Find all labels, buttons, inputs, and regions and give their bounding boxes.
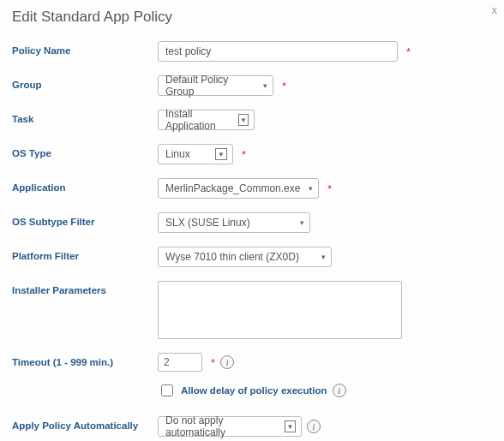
allow-delay-checkbox[interactable] [161, 384, 173, 396]
label-group: Group [12, 75, 158, 90]
apply-policy-select-value: Do not apply automatically [165, 414, 278, 438]
label-timeout: Timeout (1 - 999 min.) [12, 353, 158, 367]
row-group: Group Default Policy Group ▾ * [12, 75, 492, 96]
info-icon[interactable]: i [333, 384, 346, 397]
task-select[interactable]: Install Application ▼ [158, 110, 255, 130]
apply-policy-select[interactable]: Do not apply automatically ▼ [158, 416, 302, 437]
os-subtype-select-value: SLX (SUSE Linux) [165, 217, 250, 229]
timeout-input[interactable] [158, 353, 202, 372]
application-select-value: MerlinPackage_Common.exe (Loc [165, 182, 302, 194]
label-task: Task [12, 110, 158, 124]
os-subtype-select[interactable]: SLX (SUSE Linux) ▾ [158, 212, 310, 233]
chevron-down-icon: ▾ [321, 253, 326, 261]
task-select-value: Install Application [165, 108, 231, 132]
installer-params-textarea[interactable] [158, 281, 402, 339]
chevron-down-icon: ▾ [263, 81, 267, 90]
row-platform-filter: Platform Filter Wyse 7010 thin client (Z… [12, 247, 492, 267]
label-allow-delay: Allow delay of policy execution [181, 385, 327, 396]
label-os-type: OS Type [12, 144, 158, 158]
label-os-subtype: OS Subtype Filter [12, 212, 158, 227]
row-allow-delay: Allow delay of policy execution i [158, 382, 492, 399]
required-marker: * [211, 356, 215, 369]
policy-name-input[interactable] [158, 41, 398, 62]
dialog-title: Edit Standard App Policy [12, 9, 492, 26]
info-icon[interactable]: i [307, 420, 321, 433]
chevron-down-icon: ▼ [285, 420, 296, 432]
row-timeout: Timeout (1 - 999 min.) * i [12, 353, 492, 372]
close-icon[interactable]: x [492, 3, 498, 16]
label-policy-name: Policy Name [12, 41, 158, 56]
label-application: Application [12, 178, 158, 193]
group-select[interactable]: Default Policy Group ▾ [158, 75, 273, 96]
application-select[interactable]: MerlinPackage_Common.exe (Loc ▾ [158, 178, 319, 199]
label-installer-params: Installer Parameters [12, 281, 158, 295]
row-os-type: OS Type Linux ▼ * [12, 144, 492, 164]
chevron-down-icon: ▾ [300, 218, 304, 227]
row-task: Task Install Application ▼ [12, 110, 492, 130]
row-os-subtype: OS Subtype Filter SLX (SUSE Linux) ▾ [12, 212, 492, 233]
info-icon[interactable]: i [220, 355, 234, 369]
label-apply-policy: Apply Policy Automatically [12, 416, 158, 431]
required-marker: * [327, 182, 332, 195]
os-type-select[interactable]: Linux ▼ [158, 144, 233, 164]
group-select-value: Default Policy Group [165, 74, 256, 98]
row-application: Application MerlinPackage_Common.exe (Lo… [12, 178, 492, 199]
os-type-select-value: Linux [165, 148, 190, 160]
chevron-down-icon: ▼ [215, 148, 227, 160]
label-platform-filter: Platform Filter [12, 247, 158, 261]
platform-filter-select-value: Wyse 7010 thin client (ZX0D) [165, 251, 299, 263]
required-marker: * [242, 148, 246, 161]
row-policy-name: Policy Name * [12, 41, 492, 62]
chevron-down-icon: ▼ [238, 114, 249, 126]
edit-policy-dialog: x Edit Standard App Policy Policy Name *… [0, 0, 504, 441]
required-marker: * [282, 80, 286, 92]
chevron-down-icon: ▾ [309, 184, 313, 193]
required-marker: * [406, 45, 411, 58]
row-installer-params: Installer Parameters [12, 281, 492, 339]
platform-filter-select[interactable]: Wyse 7010 thin client (ZX0D) ▾ [158, 247, 332, 267]
row-apply-policy: Apply Policy Automatically Do not apply … [12, 416, 492, 437]
